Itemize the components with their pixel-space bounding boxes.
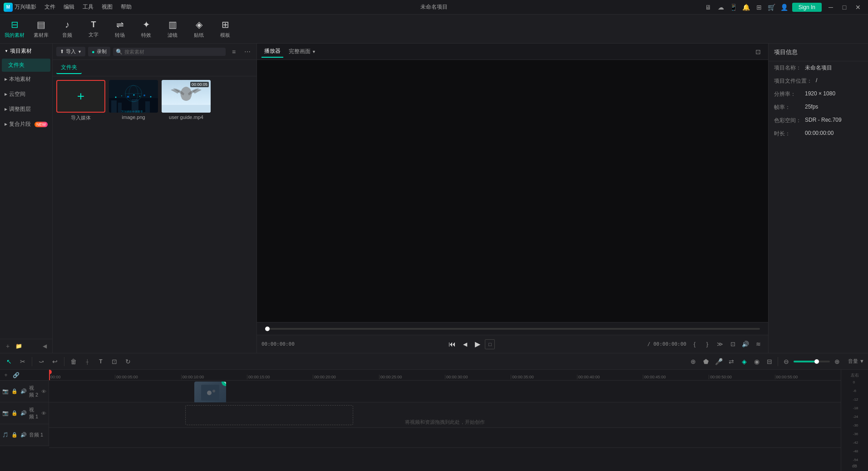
tab-folder[interactable]: 文件夹 <box>56 62 82 74</box>
in-point-icon[interactable]: { <box>689 339 700 350</box>
db-label-48: -48 <box>853 449 858 453</box>
track-video2-mute[interactable]: 🔊 <box>20 388 27 395</box>
timeline-tool-ai[interactable]: ⊟ <box>764 356 775 367</box>
track-video1-mute[interactable]: 🔊 <box>20 410 27 417</box>
asset-item-import[interactable]: + 导入媒体 <box>56 80 105 121</box>
cloud-icon[interactable]: ☁ <box>716 2 726 12</box>
sidebar-bottom-add-icon[interactable]: + <box>4 342 12 350</box>
timeline-tool-split[interactable]: ⟊ <box>82 356 93 367</box>
search-icon: 🔍 <box>116 49 123 55</box>
timeline-tool-delete[interactable]: 🗑 <box>68 356 79 367</box>
track-video2-label: 视频 2 <box>29 385 39 398</box>
track-video1-lock[interactable]: 🔒 <box>11 410 18 417</box>
search-input[interactable] <box>124 49 223 55</box>
toolbar-audio[interactable]: ♪ 音频 <box>54 16 80 42</box>
volume-label[interactable]: 音量 ▼ <box>848 358 864 365</box>
link-tracks-icon[interactable]: 🔗 <box>12 371 20 379</box>
track-video1-eye[interactable]: 👁 <box>40 410 47 416</box>
sidebar-section-cloud[interactable]: ▶ 云空间 <box>0 87 52 102</box>
timeline-tool-ripple[interactable]: ⤻ <box>36 356 47 367</box>
timeline-tool-text[interactable]: T <box>95 356 106 367</box>
menu-view[interactable]: 视图 <box>98 2 116 12</box>
rewind-button[interactable]: ⏮ <box>447 339 458 350</box>
ruler-mark-10: 00:00:50:00 <box>709 375 774 379</box>
sidebar-section-local-assets[interactable]: ▶ 本地素材 <box>0 72 52 87</box>
preview-progress-bar[interactable] <box>265 328 760 330</box>
sidebar-section-project-assets[interactable]: ▼ 项目素材 <box>0 44 52 59</box>
signin-button[interactable]: Sign In <box>792 3 822 12</box>
monitor-icon[interactable]: 🖥 <box>703 2 713 12</box>
bell-icon[interactable]: 🔔 <box>741 2 751 12</box>
toolbar-text[interactable]: T 文字 <box>81 16 106 42</box>
timeline-tool-marker[interactable]: ⬟ <box>700 356 711 367</box>
timeline-zoom-in[interactable]: ⊕ <box>832 356 843 367</box>
toolbar-assets-lib[interactable]: ▤ 素材库 <box>28 16 54 42</box>
grid-icon[interactable]: ⊞ <box>754 2 764 12</box>
audio-icon-2[interactable]: ≋ <box>753 339 764 350</box>
timeline-tool-rotate[interactable]: ↻ <box>123 356 133 367</box>
play-button[interactable]: ▶ <box>472 339 483 350</box>
out-point-icon[interactable]: } <box>702 339 713 350</box>
ruler-mark-8: 00:00:40:00 <box>577 375 643 379</box>
track-row-video2[interactable]: + <box>49 381 841 402</box>
timeline-tool-cut[interactable]: ✂ <box>17 356 28 367</box>
menu-edit[interactable]: 编辑 <box>60 2 78 12</box>
toolbar-effects[interactable]: ✦ 特效 <box>133 16 159 42</box>
add-track-icon[interactable]: + <box>2 371 10 379</box>
timeline-tool-select[interactable]: ↖ <box>4 356 15 367</box>
sidebar-section-composite[interactable]: ▶ 复合片段 NEW <box>0 117 52 132</box>
preview-playhead-handle[interactable] <box>265 327 270 331</box>
toolbar-filter[interactable]: ▥ 滤镜 <box>160 16 185 42</box>
track-audio1-mute[interactable]: 🔊 <box>20 431 27 439</box>
timeline-tool-snap[interactable]: ⊕ <box>688 356 699 367</box>
timeline-zoom-out[interactable]: ⊖ <box>781 356 792 367</box>
prev-frame-button[interactable]: ◀ <box>459 339 470 350</box>
menu-tools[interactable]: 工具 <box>79 2 97 12</box>
close-button[interactable]: ✕ <box>852 2 864 12</box>
more-options-icon[interactable]: ⋯ <box>242 46 253 57</box>
svg-point-3 <box>121 95 122 96</box>
toolbar-sticker[interactable]: ◈ 贴纸 <box>186 16 212 42</box>
asset-item-video[interactable]: 00:00:05 user guide.mp4 <box>162 80 211 121</box>
timeline-tool-color[interactable]: ◈ <box>739 356 750 367</box>
toolbar-transition[interactable]: ⇌ 转场 <box>107 16 133 42</box>
left-label: 左 <box>851 372 855 378</box>
track-video2-lock[interactable]: 🔒 <box>11 388 18 395</box>
menu-file[interactable]: 文件 <box>41 2 59 12</box>
import-button[interactable]: ⬆ 导入 ▼ <box>56 47 85 56</box>
asset-item-image-png[interactable]: 万兴喵影全球覆盖... image.png <box>109 80 158 121</box>
preview-tab-fullview[interactable]: 完整画面 ▼ <box>289 48 316 55</box>
filter-options-icon[interactable]: ≡ <box>228 46 239 57</box>
timeline-playhead[interactable] <box>49 370 50 380</box>
volume-icon[interactable]: 🔊 <box>740 339 751 350</box>
zoom-track[interactable] <box>794 361 830 362</box>
sidebar-bottom-folder-icon[interactable]: 📁 <box>15 342 23 350</box>
fullscreen-button[interactable]: □ <box>485 339 495 349</box>
user-icon[interactable]: 👤 <box>779 2 789 12</box>
track-row-video1[interactable]: 将视频和资源拖拽到此处，开始创作 <box>49 402 841 428</box>
track-audio1-lock[interactable]: 🔒 <box>11 431 18 439</box>
phone-icon[interactable]: 📱 <box>729 2 739 12</box>
playback-speed-icon[interactable]: ≫ <box>715 339 725 350</box>
preview-tab-player[interactable]: 播放器 <box>261 45 283 58</box>
sidebar-item-folder[interactable]: 文件夹 <box>2 59 50 72</box>
restore-button[interactable]: □ <box>838 2 851 12</box>
timeline-tool-undo[interactable]: ↩ <box>49 356 60 367</box>
sidebar-section-adjustment[interactable]: ▶ 调整图层 <box>0 102 52 117</box>
menu-help[interactable]: 帮助 <box>117 2 135 12</box>
minimize-button[interactable]: ─ <box>824 2 837 12</box>
cart-icon[interactable]: 🛒 <box>767 2 777 12</box>
preview-screen-mode-icon[interactable]: ⊡ <box>753 46 764 57</box>
timeline-tool-effect[interactable]: ◉ <box>751 356 762 367</box>
aspect-ratio-icon[interactable]: ⊡ <box>727 339 738 350</box>
toolbar-my-assets[interactable]: ⊟ 我的素材 <box>2 16 27 42</box>
toolbar-template[interactable]: ⊞ 模板 <box>212 16 238 42</box>
timeline-tool-replace[interactable]: ⇄ <box>726 356 737 367</box>
timeline-tool-crop[interactable]: ⊡ <box>109 356 120 367</box>
sidebar-bottom-collapse-icon[interactable]: ◀ <box>40 342 49 350</box>
record-button[interactable]: ● 录制 <box>88 47 110 56</box>
timeline-tool-audio-record[interactable]: 🎤 <box>713 356 724 367</box>
track-video2-eye[interactable]: 👁 <box>40 388 47 395</box>
track-row-audio1[interactable] <box>49 428 841 448</box>
zoom-handle[interactable] <box>814 359 819 364</box>
